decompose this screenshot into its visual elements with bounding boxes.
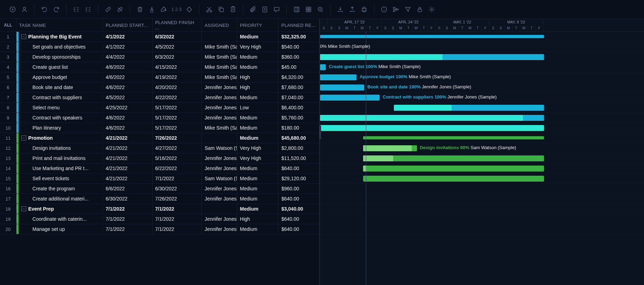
- cell-ps[interactable]: 7/1/2022: [103, 214, 153, 224]
- table-row[interactable]: 4Create guest list4/6/20224/15/2022Mike …: [0, 62, 319, 72]
- gantt-row[interactable]: [320, 123, 644, 133]
- link-icon[interactable]: [102, 4, 114, 15]
- gantt-bar[interactable]: [363, 166, 544, 171]
- comment-icon[interactable]: [271, 4, 282, 15]
- cell-pr[interactable]: Very High: [237, 143, 279, 153]
- cell-re[interactable]: $640.00: [278, 194, 319, 204]
- cell-pr[interactable]: Medium: [237, 52, 279, 62]
- cell-ps[interactable]: 6/30/2022: [103, 194, 153, 204]
- gantt-bar[interactable]: [363, 176, 544, 182]
- table-row[interactable]: 13Print and mail invitations4/21/20225/1…: [0, 153, 319, 163]
- cell-re[interactable]: $32,325.00: [278, 32, 319, 42]
- cell-pr[interactable]: Medium: [237, 224, 279, 234]
- info-icon[interactable]: [378, 4, 390, 15]
- gear-icon[interactable]: [426, 4, 437, 15]
- cell-pf[interactable]: 7/1/2022: [153, 204, 202, 214]
- cell-as[interactable]: Sam Watson (S: [202, 174, 237, 183]
- gantt-row[interactable]: [320, 204, 644, 214]
- timeline-week[interactable]: APR, 24 '22: [382, 19, 436, 25]
- cell-as[interactable]: Sam Watson (S: [202, 143, 237, 153]
- gantt-row[interactable]: [320, 103, 644, 113]
- cell-pf[interactable]: 7/1/2022: [153, 224, 202, 234]
- cell-pr[interactable]: Medium: [237, 93, 279, 102]
- cell-pf[interactable]: 4/20/2022: [153, 82, 202, 92]
- paint-icon[interactable]: [158, 4, 169, 15]
- cell-pr[interactable]: Medium: [237, 32, 279, 42]
- cell-as[interactable]: Jennifer Jones: [202, 153, 237, 163]
- cell-pf[interactable]: 5/16/2022: [153, 153, 202, 163]
- cell-as[interactable]: Jennifer Jones: [202, 214, 237, 224]
- gantt-row[interactable]: [320, 153, 644, 163]
- column-planned-revenue[interactable]: PLANNED RE...: [278, 19, 319, 31]
- cell-re[interactable]: $6,400.00: [278, 103, 319, 112]
- diamond-icon[interactable]: [184, 4, 195, 15]
- gantt-row[interactable]: Design invitations 90% Sam Watson (Sampl…: [320, 143, 644, 153]
- cell-ps[interactable]: 4/25/2022: [103, 103, 153, 112]
- cell-pf[interactable]: 6/3/2022: [153, 52, 202, 62]
- cell-pf[interactable]: 4/19/2022: [153, 72, 202, 82]
- task-name-cell[interactable]: −Promotion: [19, 135, 103, 141]
- cell-pr[interactable]: Medium: [237, 163, 279, 173]
- column-task-name[interactable]: TASK NAME: [16, 19, 103, 31]
- table-row[interactable]: 18−Event Prep7/1/20227/1/2022Medium$3,04…: [0, 204, 319, 214]
- task-name-cell[interactable]: Design invitations: [19, 145, 103, 151]
- cell-pf[interactable]: 5/17/2022: [153, 113, 202, 123]
- cell-as[interactable]: Mike Smith (Sa: [202, 52, 237, 62]
- send-icon[interactable]: [390, 4, 402, 15]
- cell-ps[interactable]: 4/21/2022: [103, 143, 153, 153]
- task-name-cell[interactable]: Contract with speakers: [19, 115, 103, 120]
- cell-ps[interactable]: 4/6/2022: [103, 62, 153, 72]
- cell-pr[interactable]: Medium: [237, 194, 279, 204]
- table-row[interactable]: 3Develop sponsorships4/4/20226/3/2022Mik…: [0, 52, 319, 62]
- table-row[interactable]: 19Coordinate with caterin...7/1/20227/1/…: [0, 214, 319, 224]
- font-icon[interactable]: [146, 4, 157, 15]
- gantt-row[interactable]: [320, 32, 644, 42]
- cell-re[interactable]: $360.00: [278, 52, 319, 62]
- splitter-handle[interactable]: [319, 125, 321, 139]
- cell-ps[interactable]: 6/6/2022: [103, 184, 153, 193]
- gantt-row[interactable]: [320, 224, 644, 234]
- task-name-cell[interactable]: Contract with suppliers: [19, 95, 103, 100]
- table-row[interactable]: 10Plan itinerary4/6/20225/17/2022Mike Sm…: [0, 123, 319, 133]
- cell-re[interactable]: $29,120.00: [278, 174, 319, 183]
- cell-ps[interactable]: 4/21/2022: [103, 163, 153, 173]
- cell-re[interactable]: $7,040.00: [278, 93, 319, 102]
- paste-icon[interactable]: [227, 4, 239, 15]
- task-name-cell[interactable]: Create the program: [19, 186, 103, 191]
- timeline-week[interactable]: MAY, 8 '22: [489, 19, 543, 25]
- gantt-row[interactable]: Book site and date 100% Jennifer Jones (…: [320, 82, 644, 93]
- table-row[interactable]: 20Manage set up7/1/20227/1/2022Jennifer …: [0, 224, 319, 234]
- cell-pr[interactable]: Very High: [237, 153, 279, 163]
- grid-icon[interactable]: [303, 4, 314, 15]
- cell-ps[interactable]: 4/5/2022: [103, 93, 153, 102]
- task-name-cell[interactable]: Use Marketing and PR t...: [19, 166, 103, 171]
- table-row[interactable]: 12Design invitations4/21/20224/27/2022Sa…: [0, 143, 319, 153]
- column-planned-finish[interactable]: PLANNED FINISH ...: [153, 19, 202, 31]
- cell-pf[interactable]: 7/1/2022: [153, 214, 202, 224]
- cell-pr[interactable]: Medium: [237, 184, 279, 193]
- gantt-row[interactable]: 0% Mike Smith (Sample): [320, 42, 644, 52]
- cell-pf[interactable]: 6/22/2022: [153, 163, 202, 173]
- task-name-cell[interactable]: Create guest list: [19, 64, 103, 70]
- task-name-cell[interactable]: Manage set up: [19, 226, 103, 232]
- table-row[interactable]: 6Book site and date4/6/20224/20/2022Jenn…: [0, 82, 319, 93]
- cell-pr[interactable]: Medium: [237, 133, 279, 143]
- cell-re[interactable]: $180.00: [278, 123, 319, 133]
- cell-pf[interactable]: 6/3/2022: [153, 32, 202, 42]
- gantt-row[interactable]: [320, 113, 644, 123]
- cell-ps[interactable]: 4/21/2022: [103, 133, 153, 143]
- gantt-row[interactable]: [320, 52, 644, 62]
- gantt-row[interactable]: [320, 133, 644, 143]
- cell-ps[interactable]: 4/6/2022: [103, 82, 153, 92]
- cell-re[interactable]: $45,680.00: [278, 133, 319, 143]
- cell-pr[interactable]: Medium: [237, 204, 279, 214]
- gantt-bar[interactable]: [320, 125, 544, 131]
- cell-re[interactable]: $45.00: [278, 62, 319, 72]
- task-name-cell[interactable]: −Event Prep: [19, 206, 103, 212]
- add-icon[interactable]: [7, 4, 18, 15]
- cell-as[interactable]: Mike Smith (Sa: [202, 42, 237, 52]
- outdent-icon[interactable]: [71, 4, 82, 15]
- cell-ps[interactable]: 4/4/2022: [103, 52, 153, 62]
- gantt-row[interactable]: [320, 174, 644, 184]
- gantt-bar[interactable]: [320, 74, 356, 80]
